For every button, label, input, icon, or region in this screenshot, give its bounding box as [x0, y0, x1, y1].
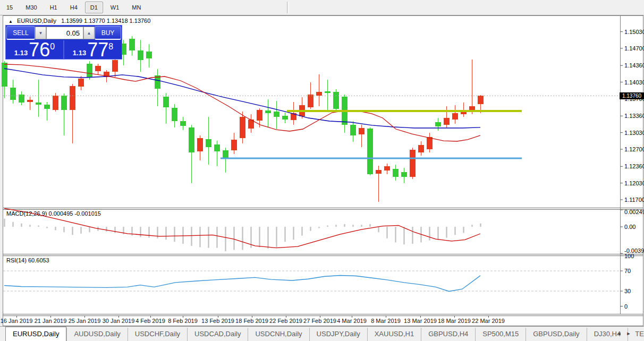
price-tick-label: 1.14030 — [624, 79, 644, 86]
candle — [257, 110, 262, 121]
price-tick-label: 1.11700 — [624, 197, 644, 203]
chart-tab-usdchf-daily[interactable]: USDCHF,Daily — [128, 328, 187, 341]
date-tick-label: 27 Feb 2019 — [303, 318, 336, 324]
sell-price-prefix: 1.13 — [14, 48, 28, 58]
candle — [240, 117, 245, 138]
buy-button[interactable]: BUY — [95, 26, 121, 40]
candle — [469, 106, 475, 110]
buy-price-sup: 8 — [108, 42, 113, 51]
buy-price-button[interactable]: 1.13 77 8 — [63, 40, 122, 59]
sell-button[interactable]: SELL — [6, 26, 35, 40]
chart-tab-bar: EURUSD,DailyAUDUSD,DailyUSDCHF,DailyUSDC… — [0, 326, 644, 341]
candle — [376, 170, 382, 174]
chart-tab-audusd-daily[interactable]: AUDUSD,Daily — [66, 328, 127, 341]
candle — [223, 150, 228, 158]
price-tick-label: 1.15030 — [624, 29, 644, 35]
one-click-trade-panel: SELL ▼ 0.05 ▲ BUY 1.13 76 0 1.13 77 8 — [5, 25, 122, 59]
candle — [308, 95, 313, 107]
candle — [384, 166, 390, 170]
candle — [274, 112, 279, 117]
volume-increase-button[interactable]: ▲ — [83, 27, 95, 39]
timeframe-button-h4[interactable]: H4 — [65, 2, 83, 13]
date-tick-label: 4 Mar 2019 — [337, 318, 367, 324]
buy-price-prefix: 1.13 — [73, 48, 86, 58]
timeframe-button-h1[interactable]: H1 — [45, 2, 63, 13]
candle — [401, 172, 407, 177]
date-tick-label: 30 Jan 2019 — [103, 318, 135, 324]
date-tick-label: 18 Feb 2019 — [235, 318, 268, 324]
timeframe-button-w1[interactable]: W1 — [105, 2, 125, 13]
date-tick-label: 22 Mar 2019 — [472, 318, 505, 324]
candle — [36, 103, 41, 105]
rsi-value: 60.6053 — [28, 257, 49, 263]
chart-window-bg — [3, 15, 643, 326]
date-tick-label: 16 Jan 2019 — [1, 318, 33, 324]
candle — [214, 144, 220, 151]
candle — [367, 129, 373, 174]
price-tick-label: 1.13030 — [624, 130, 644, 136]
candle — [231, 140, 237, 150]
timeframe-button-mn[interactable]: MN — [126, 2, 146, 13]
candle — [61, 96, 67, 110]
rsi-tick-label: 0 — [624, 303, 628, 310]
price-tick-label: 1.14700 — [624, 45, 644, 52]
chart-tab-gbpusd-daily[interactable]: GBPUSD,Daily — [526, 328, 586, 341]
timeframe-button-15[interactable]: 15 — [1, 2, 18, 13]
candle — [138, 50, 143, 60]
sell-price-button[interactable]: 1.13 76 0 — [6, 40, 63, 59]
rsi-tick-label: 70 — [624, 268, 631, 274]
chart-tab-eurusd-daily[interactable]: EURUSD,Daily — [5, 327, 66, 341]
chart-tab-usdjpy-daily[interactable]: USDJPY,Daily — [309, 328, 367, 341]
candle — [53, 96, 58, 110]
buy-price-big: 77 — [87, 41, 108, 58]
price-tick-label: 1.14360 — [624, 62, 644, 69]
ohlc-values: 1.13599 1.13770 1.13418 1.13760 — [61, 18, 150, 24]
macd-signal-value: -0.001015 — [74, 210, 101, 217]
candle — [70, 86, 75, 110]
macd-value: 0.000495 — [48, 210, 73, 217]
macd-indicator-label: MACD(12,26,9) 0.000495 -0.001015 — [6, 210, 101, 217]
volume-input[interactable]: 0.05 — [46, 27, 83, 39]
candle — [333, 92, 339, 109]
volume-decrease-button[interactable]: ▼ — [35, 27, 46, 39]
date-tick-label: 25 Jan 2019 — [69, 318, 101, 324]
symbol-marker-icon: ▲ — [9, 19, 13, 24]
candle — [410, 150, 416, 177]
candle — [265, 110, 271, 113]
candle — [10, 88, 16, 100]
timeframe-button-m30[interactable]: M30 — [20, 2, 42, 13]
chart-title: ▲ EURUSD,Daily 1.13599 1.13770 1.13418 1… — [9, 18, 150, 24]
tab-scroll-right-icon[interactable]: ► — [625, 331, 632, 336]
date-tick-label: 18 Mar 2019 — [438, 318, 471, 324]
chart-tab-sp500-m15[interactable]: SP500,M15 — [475, 328, 526, 341]
date-tick-label: 8 Mar 2019 — [371, 318, 401, 324]
date-tick-label: 22 Feb 2019 — [269, 318, 302, 324]
candle — [359, 128, 365, 134]
chart-tab-usdcad-daily[interactable]: USDCAD,Daily — [187, 328, 248, 341]
date-tick-label: 13 Mar 2019 — [404, 318, 437, 324]
chart-tab-usdcnh-daily[interactable]: USDCNH,Daily — [248, 328, 309, 341]
candle — [27, 100, 33, 102]
candle — [78, 79, 84, 87]
mt4-window: 1.150301.147001.143601.140301.137001.133… — [0, 0, 644, 341]
chart-tab-xauusd-h1[interactable]: XAUUSD,H1 — [367, 328, 421, 341]
candle — [197, 138, 203, 151]
candle — [478, 96, 484, 104]
sell-price-sup: 0 — [50, 42, 55, 51]
tab-scroll-left-icon[interactable]: ◄ — [615, 331, 623, 336]
symbol-label: EURUSD,Daily — [17, 18, 56, 24]
current-price-badge: 1.13760 — [620, 92, 644, 99]
candle — [282, 116, 288, 120]
rsi-indicator-label: RSI(14) 60.6053 — [6, 257, 49, 263]
candle — [180, 121, 186, 126]
timeframe-button-d1[interactable]: D1 — [85, 2, 103, 13]
rsi-tick-label: 100 — [624, 253, 634, 259]
sell-price-big: 76 — [29, 41, 50, 58]
chart-tab-gbpusd-h4[interactable]: GBPUSD,H4 — [421, 328, 475, 341]
candle — [393, 169, 399, 177]
candle — [316, 92, 322, 96]
candle — [95, 66, 101, 71]
candle — [444, 118, 450, 125]
price-tick-label: 1.12360 — [624, 163, 644, 169]
candle — [350, 125, 356, 135]
